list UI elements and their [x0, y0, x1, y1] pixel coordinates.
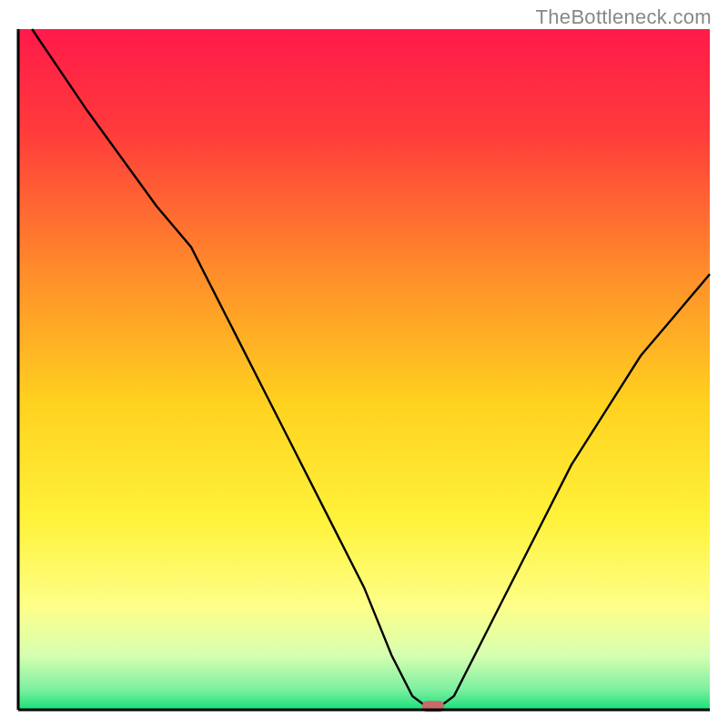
watermark-text: TheBottleneck.com — [536, 5, 712, 29]
bottleneck-chart: TheBottleneck.com — [0, 0, 728, 728]
plot-background — [18, 29, 710, 710]
chart-svg — [0, 0, 728, 728]
